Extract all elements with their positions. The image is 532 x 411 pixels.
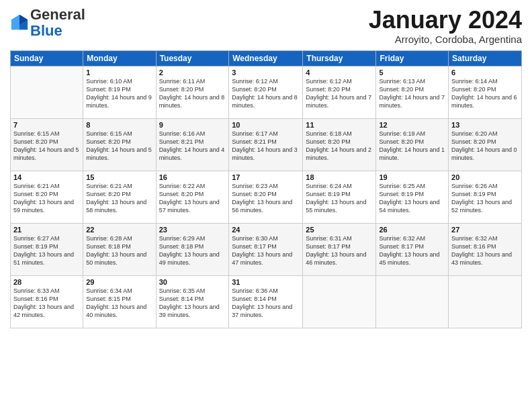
day-number: 1 [86,68,152,77]
month-title: January 2024 [369,7,522,34]
day-number: 3 [232,68,300,77]
calendar-cell: 22Sunrise: 6:28 AMSunset: 8:18 PMDayligh… [83,223,156,275]
day-info: Sunrise: 6:15 AMSunset: 8:20 PMDaylight:… [13,130,80,163]
day-info: Sunrise: 6:20 AMSunset: 8:20 PMDaylight:… [451,130,519,163]
weekday-header-wednesday: Wednesday [229,50,303,66]
day-info: Sunrise: 6:22 AMSunset: 8:20 PMDaylight:… [159,182,226,215]
calendar-cell: 6Sunrise: 6:14 AMSunset: 8:20 PMDaylight… [449,66,522,118]
day-info: Sunrise: 6:21 AMSunset: 8:20 PMDaylight:… [13,182,80,215]
calendar-cell: 17Sunrise: 6:23 AMSunset: 8:20 PMDayligh… [229,171,303,223]
header: General Blue January 2024 Arroyito, Cord… [10,7,522,45]
day-info: Sunrise: 6:28 AMSunset: 8:18 PMDaylight:… [86,234,152,267]
week-row-5: 28Sunrise: 6:33 AMSunset: 8:16 PMDayligh… [11,275,522,328]
day-number: 11 [306,121,373,129]
day-info: Sunrise: 6:29 AMSunset: 8:18 PMDaylight:… [159,234,226,267]
day-info: Sunrise: 6:35 AMSunset: 8:14 PMDaylight:… [159,287,226,320]
day-number: 5 [379,68,445,77]
day-info: Sunrise: 6:12 AMSunset: 8:20 PMDaylight:… [232,77,300,110]
page-container: General Blue January 2024 Arroyito, Cord… [0,0,532,411]
day-info: Sunrise: 6:16 AMSunset: 8:21 PMDaylight:… [159,130,226,163]
day-info: Sunrise: 6:17 AMSunset: 8:21 PMDaylight:… [232,130,300,163]
calendar-cell: 10Sunrise: 6:17 AMSunset: 8:21 PMDayligh… [229,118,303,171]
day-info: Sunrise: 6:30 AMSunset: 8:17 PMDaylight:… [232,234,300,267]
day-info: Sunrise: 6:23 AMSunset: 8:20 PMDaylight:… [232,182,300,215]
calendar-cell: 14Sunrise: 6:21 AMSunset: 8:20 PMDayligh… [11,171,83,223]
day-number: 21 [13,226,80,234]
day-info: Sunrise: 6:25 AMSunset: 8:19 PMDaylight:… [379,182,445,215]
calendar-cell: 3Sunrise: 6:12 AMSunset: 8:20 PMDaylight… [229,66,303,118]
week-row-3: 14Sunrise: 6:21 AMSunset: 8:20 PMDayligh… [11,171,522,223]
calendar-cell: 19Sunrise: 6:25 AMSunset: 8:19 PMDayligh… [376,171,449,223]
day-number: 25 [306,226,373,234]
day-number: 24 [232,226,300,234]
weekday-header-thursday: Thursday [303,50,376,66]
calendar-header: SundayMondayTuesdayWednesdayThursdayFrid… [11,50,522,66]
day-info: Sunrise: 6:32 AMSunset: 8:16 PMDaylight:… [451,234,519,267]
day-number: 20 [451,173,519,181]
day-info: Sunrise: 6:21 AMSunset: 8:20 PMDaylight:… [86,182,152,215]
day-number: 7 [13,121,80,129]
calendar-cell: 7Sunrise: 6:15 AMSunset: 8:20 PMDaylight… [11,118,83,171]
calendar-cell: 8Sunrise: 6:15 AMSunset: 8:20 PMDaylight… [83,118,156,171]
day-info: Sunrise: 6:19 AMSunset: 8:20 PMDaylight:… [379,130,445,163]
calendar-table: SundayMondayTuesdayWednesdayThursdayFrid… [10,50,522,328]
calendar-cell: 20Sunrise: 6:26 AMSunset: 8:19 PMDayligh… [449,171,522,223]
calendar-cell: 30Sunrise: 6:35 AMSunset: 8:14 PMDayligh… [156,275,229,328]
day-info: Sunrise: 6:13 AMSunset: 8:20 PMDaylight:… [379,77,445,110]
calendar-cell: 9Sunrise: 6:16 AMSunset: 8:21 PMDaylight… [156,118,229,171]
day-info: Sunrise: 6:18 AMSunset: 8:20 PMDaylight:… [306,130,373,163]
calendar-cell: 2Sunrise: 6:11 AMSunset: 8:20 PMDaylight… [156,66,229,118]
svg-marker-1 [11,15,19,30]
day-number: 17 [232,173,300,181]
calendar-cell: 31Sunrise: 6:36 AMSunset: 8:14 PMDayligh… [229,275,303,328]
day-number: 27 [451,226,519,234]
calendar-cell: 1Sunrise: 6:10 AMSunset: 8:19 PMDaylight… [83,66,156,118]
day-number: 10 [232,121,300,129]
calendar-cell: 15Sunrise: 6:21 AMSunset: 8:20 PMDayligh… [83,171,156,223]
day-number: 23 [159,226,226,234]
day-number: 31 [232,278,300,286]
day-info: Sunrise: 6:36 AMSunset: 8:14 PMDaylight:… [232,287,300,320]
calendar-cell: 24Sunrise: 6:30 AMSunset: 8:17 PMDayligh… [229,223,303,275]
weekday-header-saturday: Saturday [449,50,522,66]
weekday-header-monday: Monday [83,50,156,66]
day-info: Sunrise: 6:32 AMSunset: 8:17 PMDaylight:… [379,234,445,267]
day-info: Sunrise: 6:24 AMSunset: 8:19 PMDaylight:… [306,182,373,215]
logo-blue: Blue [30,22,62,39]
calendar-cell [376,275,449,328]
calendar-cell [11,66,83,118]
calendar-cell: 12Sunrise: 6:19 AMSunset: 8:20 PMDayligh… [376,118,449,171]
logo-icon [10,13,29,32]
calendar-cell: 18Sunrise: 6:24 AMSunset: 8:19 PMDayligh… [303,171,376,223]
calendar-cell [449,275,522,328]
weekday-header-friday: Friday [376,50,449,66]
week-row-4: 21Sunrise: 6:27 AMSunset: 8:19 PMDayligh… [11,223,522,275]
weekday-header-sunday: Sunday [11,50,83,66]
day-info: Sunrise: 6:10 AMSunset: 8:19 PMDaylight:… [86,77,152,110]
day-info: Sunrise: 6:12 AMSunset: 8:20 PMDaylight:… [306,77,373,110]
title-area: January 2024 Arroyito, Cordoba, Argentin… [369,7,522,45]
calendar-cell: 28Sunrise: 6:33 AMSunset: 8:16 PMDayligh… [11,275,83,328]
week-row-2: 7Sunrise: 6:15 AMSunset: 8:20 PMDaylight… [11,118,522,171]
day-number: 16 [159,173,226,181]
location: Arroyito, Cordoba, Argentina [369,34,522,45]
day-number: 4 [306,68,373,77]
calendar-cell: 21Sunrise: 6:27 AMSunset: 8:19 PMDayligh… [11,223,83,275]
calendar-cell: 29Sunrise: 6:34 AMSunset: 8:15 PMDayligh… [83,275,156,328]
calendar-cell: 16Sunrise: 6:22 AMSunset: 8:20 PMDayligh… [156,171,229,223]
day-info: Sunrise: 6:15 AMSunset: 8:20 PMDaylight:… [86,130,152,163]
day-number: 19 [379,173,445,181]
day-number: 6 [451,68,519,77]
day-number: 15 [86,173,152,181]
calendar-cell: 5Sunrise: 6:13 AMSunset: 8:20 PMDaylight… [376,66,449,118]
day-number: 26 [379,226,445,234]
day-info: Sunrise: 6:11 AMSunset: 8:20 PMDaylight:… [159,77,226,110]
day-number: 30 [159,278,226,286]
day-info: Sunrise: 6:26 AMSunset: 8:19 PMDaylight:… [451,182,519,215]
calendar-cell: 27Sunrise: 6:32 AMSunset: 8:16 PMDayligh… [449,223,522,275]
calendar-cell [303,275,376,328]
day-number: 14 [13,173,80,181]
calendar-body: 1Sunrise: 6:10 AMSunset: 8:19 PMDaylight… [11,66,522,328]
day-number: 9 [159,121,226,129]
day-info: Sunrise: 6:27 AMSunset: 8:19 PMDaylight:… [13,234,80,267]
